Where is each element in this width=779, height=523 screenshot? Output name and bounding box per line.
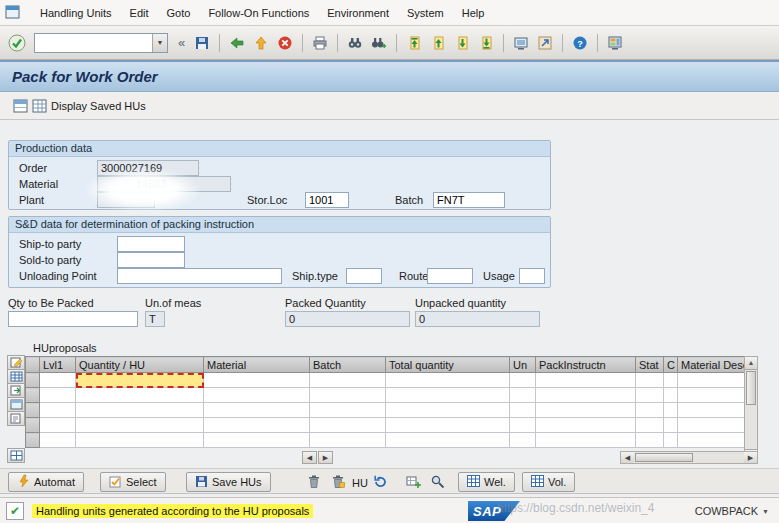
column-header-0[interactable]: Lvl1 (40, 357, 76, 373)
table-cell[interactable] (204, 373, 310, 388)
volume-button[interactable]: Vol. (522, 472, 575, 492)
system-field[interactable]: COWBPACK ▼ (695, 505, 769, 517)
enter-icon[interactable] (6, 32, 28, 54)
hscrollbar-thumb[interactable] (635, 453, 693, 462)
table-cell[interactable] (204, 418, 310, 433)
menu-item-system[interactable]: System (398, 3, 453, 23)
route-field[interactable] (427, 268, 473, 284)
menu-item-goto[interactable]: Goto (158, 3, 200, 23)
table-cell[interactable] (40, 418, 76, 433)
table-cell[interactable] (76, 373, 204, 388)
delete-icon[interactable] (306, 474, 321, 489)
column-header-9[interactable]: Material Description (678, 357, 745, 373)
menu-item-help[interactable]: Help (453, 3, 494, 23)
table-cell[interactable] (510, 403, 536, 418)
save-icon[interactable] (191, 32, 213, 54)
delete-hu-icon[interactable] (330, 474, 345, 489)
table-cell[interactable] (510, 433, 536, 448)
table-cell[interactable] (536, 373, 636, 388)
table-cell[interactable] (664, 373, 678, 388)
unloading-point-field[interactable] (117, 268, 282, 284)
detail-magnifier-icon[interactable] (430, 474, 445, 489)
sold-to-party-field[interactable] (117, 252, 185, 268)
table-cell[interactable] (636, 433, 664, 448)
usage-field[interactable] (519, 268, 545, 284)
row-selector[interactable] (26, 433, 40, 448)
save-hus-button[interactable]: Save HUs (186, 472, 271, 492)
table-cell[interactable] (386, 433, 510, 448)
table-cell[interactable] (664, 433, 678, 448)
last-page-icon[interactable] (475, 32, 497, 54)
command-dropdown-icon[interactable]: ▼ (152, 34, 167, 52)
table-cell[interactable] (76, 388, 204, 403)
batch-field[interactable] (433, 192, 505, 208)
weight-button[interactable]: Wel. (458, 472, 515, 492)
table-cell[interactable] (536, 388, 636, 403)
table-cell[interactable] (536, 418, 636, 433)
table-cell[interactable] (386, 388, 510, 403)
page-down-icon[interactable] (451, 32, 473, 54)
table-cell[interactable] (678, 403, 745, 418)
table-tool-icon-5[interactable] (7, 411, 25, 426)
column-header-8[interactable]: C (664, 357, 678, 373)
hscroll-right-icon[interactable]: ▶ (744, 452, 757, 463)
table-tool-icon-3[interactable] (7, 383, 25, 398)
cancel-icon[interactable] (274, 32, 296, 54)
row-selector[interactable] (26, 418, 40, 433)
vertical-scrollbar[interactable]: ▲ ▼ (744, 356, 758, 463)
column-header-3[interactable]: Batch (310, 357, 386, 373)
column-header-4[interactable]: Total quantity (386, 357, 510, 373)
column-header-2[interactable]: Material (204, 357, 310, 373)
ship-to-party-field[interactable] (117, 236, 185, 252)
table-cell[interactable] (536, 433, 636, 448)
column-header-7[interactable]: Stat (636, 357, 664, 373)
table-tool-icon-4[interactable] (7, 397, 25, 412)
collapse-toolbar-icon[interactable]: « (174, 35, 189, 50)
table-cell[interactable] (664, 403, 678, 418)
first-page-icon[interactable] (403, 32, 425, 54)
customize-layout-icon[interactable] (604, 32, 626, 54)
horizontal-scrollbar[interactable]: ◀ ▶ (620, 451, 758, 464)
table-cell[interactable] (678, 388, 745, 403)
create-shortcut-icon[interactable] (534, 32, 556, 54)
column-header-6[interactable]: PackInstructn (536, 357, 636, 373)
new-session-icon[interactable] (510, 32, 532, 54)
back-icon[interactable] (226, 32, 248, 54)
display-saved-hus-button[interactable]: Display Saved HUs (8, 97, 151, 115)
table-cell[interactable] (40, 388, 76, 403)
status-dropdown-icon[interactable]: ▼ (762, 508, 769, 515)
table-cell[interactable] (76, 418, 204, 433)
table-cell[interactable] (40, 373, 76, 388)
menu-item-environment[interactable]: Environment (318, 3, 398, 23)
find-icon[interactable] (344, 32, 366, 54)
print-icon[interactable] (309, 32, 331, 54)
table-tool-icon-6[interactable] (7, 448, 25, 463)
ship-type-field[interactable] (346, 268, 382, 284)
table-cell[interactable] (664, 388, 678, 403)
table-cell[interactable] (636, 373, 664, 388)
find-next-icon[interactable] (368, 32, 390, 54)
row-selector-header[interactable] (26, 357, 40, 373)
scroll-right-icon[interactable]: ▶ (318, 451, 333, 464)
undo-icon[interactable] (372, 474, 387, 489)
table-cell[interactable] (636, 388, 664, 403)
table-cell[interactable] (40, 433, 76, 448)
table-cell[interactable] (310, 433, 386, 448)
table-cell[interactable] (678, 373, 745, 388)
table-cell[interactable] (204, 433, 310, 448)
storage-location-field[interactable] (305, 192, 349, 208)
column-header-5[interactable]: Un (510, 357, 536, 373)
table-cell[interactable] (386, 418, 510, 433)
menu-item-edit[interactable]: Edit (121, 3, 158, 23)
table-cell[interactable] (310, 418, 386, 433)
table-cell[interactable] (636, 403, 664, 418)
command-input[interactable] (35, 34, 152, 52)
table-cell[interactable] (678, 418, 745, 433)
table-cell[interactable] (510, 388, 536, 403)
table-cell[interactable] (536, 403, 636, 418)
command-field[interactable]: ▼ (34, 33, 168, 53)
scroll-left-icon[interactable]: ◀ (302, 451, 317, 464)
menu-item-handling-units[interactable]: Handling Units (31, 3, 121, 23)
row-selector[interactable] (26, 403, 40, 418)
table-cell[interactable] (386, 403, 510, 418)
